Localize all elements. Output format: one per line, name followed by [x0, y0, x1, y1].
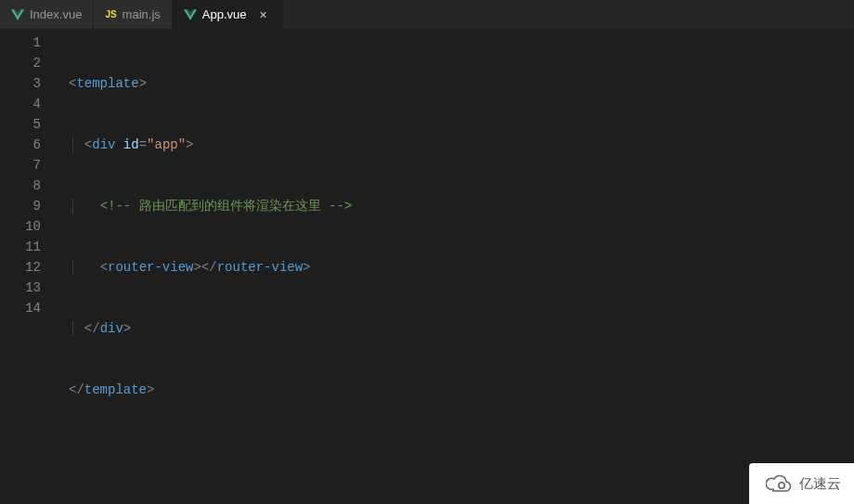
- line-number: 13: [0, 278, 41, 298]
- line-number: 8: [0, 175, 41, 196]
- code-line: <template>: [69, 73, 854, 94]
- close-icon[interactable]: ×: [256, 7, 271, 22]
- watermark-badge: 亿速云: [749, 463, 854, 504]
- code-line: │ </div>: [69, 318, 854, 339]
- line-number: 6: [0, 135, 41, 155]
- tabs-bar: Index.vue JS main.js App.vue ×: [0, 0, 854, 29]
- tab-label: App.vue: [202, 7, 247, 21]
- gutter: 1 2 3 4 5 6 7 8 9 10 11 12 13 14: [0, 29, 58, 504]
- line-number: 3: [0, 73, 41, 94]
- line-number: 5: [0, 114, 41, 135]
- tab-label: Index.vue: [30, 7, 82, 21]
- js-icon: JS: [105, 9, 116, 19]
- tab-index-vue[interactable]: Index.vue: [0, 0, 94, 29]
- line-number: 11: [0, 237, 41, 257]
- line-number: 9: [0, 196, 41, 216]
- line-number: 14: [0, 298, 41, 318]
- line-number: 7: [0, 155, 41, 175]
- editor[interactable]: 1 2 3 4 5 6 7 8 9 10 11 12 13 14 <templa…: [0, 29, 854, 504]
- code-line: │ <router-view></router-view>: [69, 257, 854, 278]
- line-number: 12: [0, 257, 41, 278]
- code-line: [69, 441, 854, 461]
- tab-app-vue[interactable]: App.vue ×: [173, 0, 283, 29]
- code-area[interactable]: <template> │ <div id="app"> │ <!-- 路由匹配到…: [58, 29, 854, 504]
- line-number: 2: [0, 53, 41, 73]
- line-number: 10: [0, 216, 41, 237]
- code-line: │ <div id="app">: [69, 135, 854, 155]
- code-line: </template>: [69, 380, 854, 400]
- watermark-text: 亿速云: [799, 475, 841, 493]
- vue-icon: [11, 9, 24, 20]
- line-number: 4: [0, 94, 41, 114]
- code-line: │ <!-- 路由匹配到的组件将渲染在这里 -->: [69, 196, 854, 216]
- tab-main-js[interactable]: JS main.js: [94, 0, 172, 29]
- svg-point-0: [779, 483, 784, 488]
- line-number: 1: [0, 32, 41, 53]
- tab-label: main.js: [123, 7, 161, 21]
- vue-icon: [184, 9, 197, 20]
- cloud-icon: [766, 474, 792, 493]
